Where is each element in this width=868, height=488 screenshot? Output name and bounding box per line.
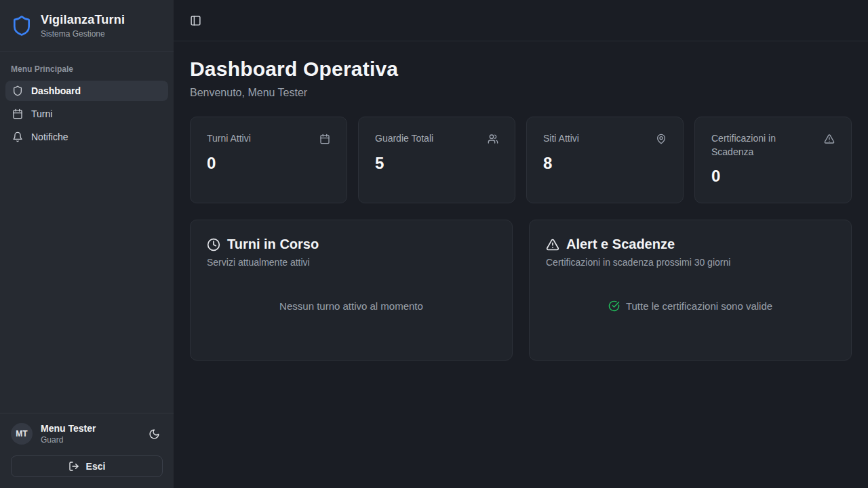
page-title: Dashboard Operativa (190, 58, 852, 81)
app-title: VigilanzaTurni (41, 13, 125, 27)
sidebar: VigilanzaTurni Sistema Gestione Menu Pri… (0, 0, 174, 488)
empty-state-message: Nessun turno attivo al momento (207, 268, 496, 344)
map-pin-icon (656, 134, 667, 144)
logout-icon (68, 461, 79, 472)
user-section: MT Menu Tester Guard Esci (0, 413, 174, 488)
clock-icon (207, 238, 220, 251)
brand: VigilanzaTurni Sistema Gestione (0, 0, 174, 52)
alert-triangle-icon (546, 238, 559, 251)
app-subtitle: Sistema Gestione (41, 29, 125, 39)
empty-state-text: Nessun turno attivo al momento (279, 300, 423, 312)
user-name: Menu Tester (41, 423, 138, 434)
empty-state-message: Tutte le certificazioni sono valide (546, 268, 835, 344)
bell-icon (12, 131, 23, 142)
panel-title: Alert e Scadenze (566, 237, 675, 252)
users-icon (488, 134, 498, 144)
stat-value: 0 (207, 154, 330, 173)
stat-value: 8 (543, 154, 667, 173)
stat-value: 5 (375, 154, 498, 173)
panel-turni-in-corso: Turni in Corso Servizi attualmente attiv… (190, 220, 513, 361)
sidebar-item-label: Notifiche (31, 131, 68, 142)
stat-card-siti-attivi: Siti Attivi 8 (526, 117, 684, 203)
sidebar-spacer (0, 147, 174, 413)
stat-label: Certificazioni in Scadenza (711, 132, 818, 159)
logout-label: Esci (86, 461, 106, 472)
stat-card-turni-attivi: Turni Attivi 0 (190, 117, 347, 203)
stat-label: Siti Attivi (543, 132, 579, 146)
stat-label: Guardie Totali (375, 132, 433, 146)
shield-logo-icon (11, 15, 33, 37)
topbar (174, 0, 868, 41)
dashboard-content: Dashboard Operativa Benvenuto, Menu Test… (174, 41, 868, 377)
page-subtitle: Benvenuto, Menu Tester (190, 87, 852, 99)
sidebar-item-label: Turni (31, 108, 52, 119)
moon-icon (149, 428, 160, 440)
sidebar-item-dashboard[interactable]: Dashboard (5, 81, 168, 101)
sidebar-toggle-button[interactable] (189, 14, 203, 28)
alert-triangle-icon (824, 134, 835, 144)
stat-value: 0 (711, 167, 835, 186)
stat-label: Turni Attivi (207, 132, 251, 146)
panel-alert-scadenze: Alert e Scadenze Certificazioni in scade… (529, 220, 852, 361)
panel-subtitle: Servizi attualmente attivi (207, 257, 496, 268)
panels-grid: Turni in Corso Servizi attualmente attiv… (190, 220, 852, 361)
sidebar-item-turni[interactable]: Turni (5, 104, 168, 124)
user-role: Guard (41, 435, 138, 445)
panel-title: Turni in Corso (227, 237, 319, 252)
sidebar-item-label: Dashboard (31, 85, 81, 96)
main-nav: Dashboard Turni Notifiche (0, 81, 174, 147)
stat-card-guardie-totali: Guardie Totali 5 (358, 117, 515, 203)
stats-grid: Turni Attivi 0 Guardie Totali (190, 117, 852, 203)
calendar-icon (319, 134, 330, 144)
stat-card-certificazioni: Certificazioni in Scadenza 0 (694, 117, 852, 203)
main-area: Dashboard Operativa Benvenuto, Menu Test… (174, 0, 868, 488)
sidebar-item-notifiche[interactable]: Notifiche (5, 127, 168, 147)
avatar: MT (11, 423, 33, 445)
calendar-icon (12, 108, 23, 119)
shield-icon (12, 85, 23, 96)
panel-subtitle: Certificazioni in scadenza prossimi 30 g… (546, 257, 835, 268)
nav-section-label: Menu Principale (0, 52, 174, 81)
logout-button[interactable]: Esci (11, 455, 163, 477)
theme-toggle-button[interactable] (146, 426, 163, 443)
empty-state-text: Tutte le certificazioni sono valide (626, 300, 772, 312)
panel-left-icon (190, 15, 201, 26)
check-circle-icon (608, 300, 620, 312)
